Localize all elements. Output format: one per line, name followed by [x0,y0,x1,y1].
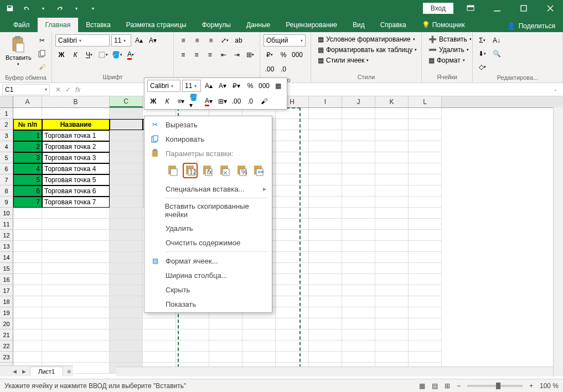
cell[interactable]: 7 [13,197,42,208]
cell[interactable] [42,352,110,363]
paste-button[interactable]: Вставить ▾ [3,34,34,68]
delete-cells-button[interactable]: ➖Удалить▾ [425,45,469,55]
cell[interactable] [13,241,42,252]
cell[interactable]: 4 [13,163,42,174]
align-bottom-button[interactable]: ≡ [205,34,217,47]
mini-border[interactable]: ⊞▾ [216,95,229,107]
cell[interactable] [242,318,276,329]
cut-button[interactable]: ✂ [36,34,48,47]
row-header[interactable]: 8 [0,185,13,197]
cell[interactable] [276,241,309,252]
column-header[interactable]: B [42,96,110,107]
cell[interactable] [276,219,309,230]
fill-color-button[interactable]: 🪣▾ [111,49,123,61]
tab-formulas[interactable]: Формулы [194,18,239,32]
bold-button[interactable]: Ж [55,49,68,61]
cell[interactable] [176,352,209,363]
paste-formatting[interactable]: % [234,163,249,178]
mini-comma[interactable]: 000 [258,80,270,92]
mini-format-painter[interactable]: 🖌 [258,95,270,107]
mini-font-combo[interactable]: Calibri▾ [147,80,180,92]
cell[interactable] [143,318,176,329]
cell[interactable] [375,318,409,329]
cell[interactable] [110,197,143,208]
cell[interactable] [309,274,342,285]
cell[interactable] [13,307,42,318]
insert-cells-button[interactable]: ➕Вставить▾ [425,34,469,44]
cell[interactable] [276,108,309,119]
cell[interactable] [42,108,110,119]
cell[interactable]: № п/п [13,119,42,130]
cell[interactable] [42,219,110,230]
tab-review[interactable]: Рецензирование [278,18,345,32]
cell[interactable] [110,152,143,163]
cell[interactable] [375,108,409,119]
redo-dropdown[interactable]: ▾ [70,2,83,15]
row-header[interactable]: 1 [0,108,13,119]
cell[interactable] [110,341,143,352]
row-header[interactable]: 20 [0,318,13,329]
cell[interactable] [13,318,42,329]
cell[interactable] [42,296,110,307]
cell[interactable] [375,329,409,341]
cell[interactable] [276,307,309,318]
cell[interactable] [342,341,375,352]
cell[interactable] [409,197,442,208]
cell[interactable]: Торговая точка 5 [42,174,110,185]
mini-percent[interactable]: % [244,80,256,92]
cell[interactable] [42,329,110,341]
cm-format-cells[interactable]: ▤Формат ячеек... [146,254,271,268]
cell[interactable] [309,108,342,119]
cell[interactable] [42,230,110,241]
cell[interactable]: 5 [13,174,42,185]
cell[interactable] [209,352,242,363]
cm-cut[interactable]: ✂Вырезать [146,117,271,132]
cell[interactable] [375,152,409,163]
cell[interactable] [375,352,409,363]
minimize-button[interactable] [484,0,510,17]
cm-delete[interactable]: Удалить [146,221,271,235]
cell[interactable] [409,252,442,263]
tab-data[interactable]: Данные [239,18,278,32]
column-header[interactable]: C [110,96,143,107]
close-button[interactable] [538,0,563,17]
row-header[interactable]: 17 [0,285,13,296]
ribbon-display-icon[interactable] [458,0,483,17]
cell[interactable] [110,285,143,296]
cell[interactable] [409,352,442,363]
align-left-button[interactable]: ≡ [177,49,189,61]
cell[interactable] [342,152,375,163]
view-layout-button[interactable]: ▤ [432,382,438,390]
cell[interactable] [13,341,42,352]
cell[interactable] [409,163,442,174]
mini-bold[interactable]: Ж [147,95,159,107]
cell[interactable] [309,252,342,263]
cell[interactable]: Торговая точка 4 [42,163,110,174]
cell[interactable] [309,307,342,318]
cell[interactable]: Торговая точка 7 [42,197,110,208]
cell[interactable] [375,174,409,185]
row-header[interactable]: 9 [0,197,13,208]
cell[interactable] [342,141,375,152]
cell[interactable] [409,341,442,352]
decrease-font-button[interactable]: A▾ [147,34,159,47]
row-header[interactable]: 10 [0,208,13,219]
cell[interactable] [375,219,409,230]
cell[interactable] [143,352,176,363]
cell[interactable] [342,108,375,119]
cell[interactable] [276,197,309,208]
cell[interactable]: 6 [13,185,42,197]
cell[interactable] [276,352,309,363]
cell[interactable] [143,341,176,352]
cell[interactable] [13,296,42,307]
cell[interactable] [375,197,409,208]
autosum-button[interactable]: Σ▾ [476,34,488,47]
cell[interactable] [209,318,242,329]
cell[interactable] [409,185,442,197]
cm-column-width[interactable]: Ширина столбца... [146,268,271,282]
cell[interactable] [110,263,143,274]
copy-button[interactable] [36,48,48,60]
cell[interactable]: Торговая точка 2 [42,141,110,152]
cell[interactable] [409,318,442,329]
cell[interactable] [309,185,342,197]
